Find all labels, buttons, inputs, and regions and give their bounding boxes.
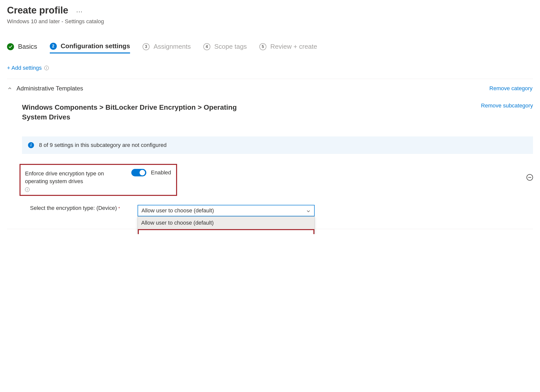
step-label: Review + create (270, 43, 317, 50)
step-basics[interactable]: Basics (7, 43, 37, 53)
step-assignments[interactable]: 3 Assignments (143, 43, 191, 53)
remove-subcategory-link[interactable]: Remove subcategory (481, 102, 533, 109)
highlighted-options: Full encryption Used Space Only encrypti… (138, 229, 314, 234)
info-banner: i 8 of 9 settings in this subcategory ar… (22, 136, 533, 154)
step-configuration-settings[interactable]: 2 Configuration settings (50, 42, 130, 53)
step-number-icon: 2 (50, 43, 57, 50)
section-toggle[interactable]: Administrative Templates (8, 85, 83, 92)
toggle-state-label: Enabled (151, 169, 171, 176)
step-number-icon: 5 (259, 43, 266, 50)
step-number-icon: 3 (143, 43, 150, 50)
dropdown-options-list: Allow user to choose (default) Full encr… (138, 216, 315, 234)
page-subtitle: Windows 10 and later - Settings catalog (7, 18, 533, 25)
step-label: Basics (18, 43, 37, 50)
info-icon: i (28, 142, 34, 148)
enable-toggle[interactable] (131, 169, 146, 176)
required-indicator: * (118, 206, 120, 211)
dropdown-label: Select the encryption type: (Device) (30, 205, 117, 211)
step-label: Scope tags (214, 43, 247, 50)
chevron-down-icon (306, 208, 311, 213)
chevron-up-icon (8, 86, 12, 91)
info-icon[interactable]: i (44, 66, 49, 70)
dropdown-selected-value: Allow user to choose (default) (142, 207, 214, 214)
info-banner-text: 8 of 9 settings in this subcategory are … (39, 142, 167, 148)
remove-setting-button[interactable] (526, 174, 533, 181)
encryption-type-dropdown[interactable]: Allow user to choose (default) (138, 205, 315, 216)
page-title: Create profile (7, 5, 68, 16)
step-number-icon: 4 (203, 43, 210, 50)
add-settings-link[interactable]: + Add settings i (7, 65, 533, 71)
section-title: Administrative Templates (17, 85, 83, 92)
check-icon (7, 43, 14, 50)
more-actions-button[interactable]: ··· (76, 8, 83, 15)
add-settings-label: + Add settings (7, 65, 42, 71)
remove-category-link[interactable]: Remove category (489, 85, 532, 92)
step-label: Assignments (154, 43, 191, 50)
info-icon[interactable]: i (25, 187, 30, 192)
dropdown-option[interactable]: Full encryption (139, 230, 313, 234)
wizard-steps: Basics 2 Configuration settings 3 Assign… (7, 42, 533, 53)
setting-label: Enforce drive encryption type on operati… (25, 170, 115, 185)
divider (7, 79, 533, 79)
step-scope-tags[interactable]: 4 Scope tags (203, 43, 247, 53)
step-review-create[interactable]: 5 Review + create (259, 43, 317, 53)
step-label: Configuration settings (61, 42, 130, 50)
highlighted-setting: Enforce drive encryption type on operati… (20, 164, 177, 196)
subcategory-breadcrumb: Windows Components > BitLocker Drive Enc… (22, 102, 260, 122)
dropdown-option[interactable]: Allow user to choose (default) (138, 217, 314, 229)
